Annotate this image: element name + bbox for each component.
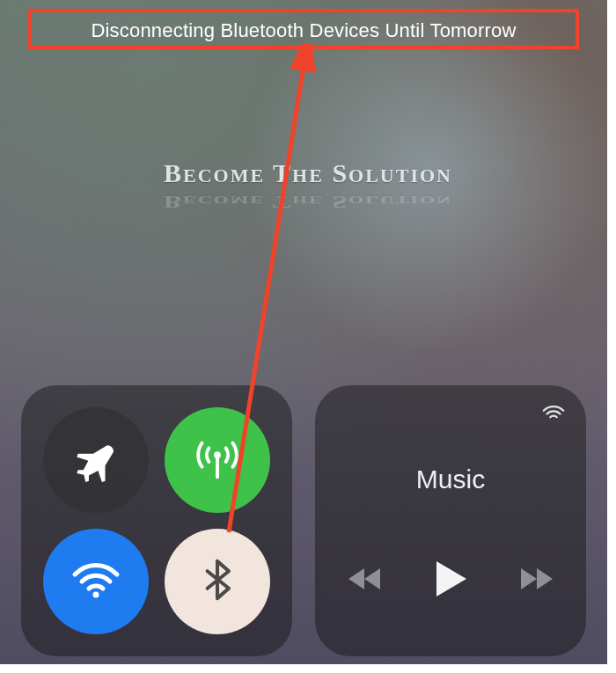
next-track-button[interactable] [512, 561, 556, 600]
previous-track-button[interactable] [345, 561, 389, 600]
cellular-antenna-icon [190, 431, 245, 489]
bluetooth-status-toast: Disconnecting Bluetooth Devices Until To… [0, 19, 607, 42]
music-title: Music [315, 465, 586, 494]
cellular-data-toggle[interactable] [165, 407, 270, 513]
music-panel[interactable]: Music [315, 385, 586, 656]
svg-point-4 [93, 592, 99, 598]
play-button[interactable] [431, 558, 470, 604]
airplay-icon[interactable] [540, 405, 567, 435]
svg-marker-7 [436, 561, 466, 596]
svg-marker-6 [348, 568, 364, 589]
bluetooth-toggle[interactable] [165, 529, 270, 634]
connectivity-panel[interactable] [21, 385, 292, 656]
bluetooth-icon [194, 557, 240, 606]
airplane-mode-toggle[interactable] [43, 407, 149, 513]
svg-marker-9 [537, 568, 553, 589]
airplane-icon [71, 434, 121, 486]
wifi-toggle[interactable] [43, 529, 149, 634]
wifi-icon [68, 552, 124, 611]
watermark-logo: BECOME THE SOLUTION BECOME THE SOLUTION [164, 158, 452, 216]
svg-marker-5 [364, 568, 380, 589]
svg-marker-8 [521, 568, 537, 589]
